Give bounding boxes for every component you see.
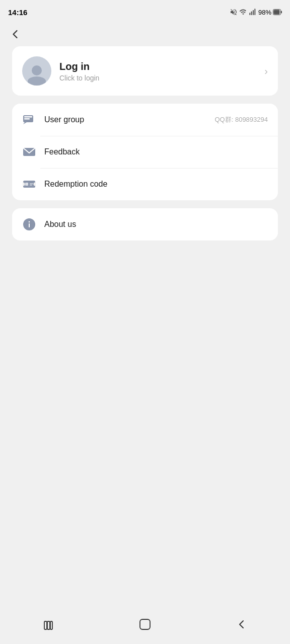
- feedback-item[interactable]: Feedback: [12, 136, 278, 168]
- back-button[interactable]: [6, 25, 24, 43]
- status-icons: 98%: [230, 8, 282, 16]
- svg-rect-16: [30, 184, 33, 185]
- avatar-shoulders: [28, 76, 46, 86]
- chevron-right-icon: ›: [264, 65, 268, 77]
- svg-rect-17: [30, 185, 32, 186]
- menu-card: User group QQ群: 809893294 Feedback: [12, 104, 278, 200]
- bottom-nav: [0, 609, 290, 644]
- svg-rect-9: [24, 118, 30, 120]
- signal-icon: [249, 8, 257, 16]
- about-item[interactable]: About us: [12, 208, 278, 240]
- svg-rect-5: [274, 10, 280, 15]
- back-row: [0, 22, 290, 46]
- svg-rect-15: [25, 183, 28, 186]
- svg-rect-12: [23, 181, 35, 188]
- main-content: Log in Click to login › User group QQ群: …: [0, 46, 290, 425]
- svg-marker-10: [23, 122, 27, 124]
- login-subtitle: Click to login: [59, 74, 256, 82]
- back-nav-button[interactable]: [227, 613, 257, 635]
- svg-rect-24: [140, 619, 150, 629]
- spacer: [0, 425, 290, 609]
- avatar: [22, 56, 51, 86]
- wifi-icon: [239, 8, 247, 16]
- battery-icon: [273, 9, 282, 15]
- svg-rect-1: [251, 12, 252, 15]
- home-button[interactable]: [130, 613, 160, 635]
- feedback-label: Feedback: [44, 147, 268, 156]
- login-title: Log in: [59, 60, 256, 73]
- avatar-body: [22, 56, 51, 86]
- login-card: Log in Click to login ›: [12, 46, 278, 96]
- svg-rect-19: [29, 223, 30, 227]
- svg-rect-6: [281, 11, 282, 14]
- user-group-item[interactable]: User group QQ群: 809893294: [12, 104, 278, 136]
- recent-apps-button[interactable]: [33, 613, 63, 635]
- svg-rect-0: [249, 13, 250, 15]
- feedback-icon: [22, 145, 36, 159]
- login-text: Log in Click to login: [59, 60, 256, 82]
- about-card: About us: [12, 208, 278, 240]
- svg-rect-3: [254, 9, 255, 15]
- redemption-item[interactable]: Redemption code: [12, 168, 278, 200]
- svg-rect-22: [47, 621, 50, 629]
- user-group-icon: [22, 113, 36, 127]
- redemption-icon: [22, 177, 36, 191]
- avatar-head: [32, 65, 42, 75]
- status-bar: 14:16 98%: [0, 0, 290, 22]
- user-group-label: User group: [44, 115, 206, 124]
- battery-level: 98%: [258, 9, 271, 16]
- svg-rect-23: [50, 621, 52, 629]
- svg-point-20: [29, 221, 30, 223]
- redemption-label: Redemption code: [44, 180, 268, 189]
- svg-rect-2: [253, 10, 254, 15]
- login-row[interactable]: Log in Click to login ›: [12, 46, 278, 96]
- about-label: About us: [44, 220, 268, 229]
- user-group-meta: QQ群: 809893294: [214, 115, 268, 124]
- mute-icon: [230, 8, 238, 16]
- svg-rect-21: [44, 621, 47, 629]
- info-icon: [22, 217, 36, 231]
- status-time: 14:16: [8, 8, 27, 17]
- svg-rect-8: [24, 116, 32, 118]
